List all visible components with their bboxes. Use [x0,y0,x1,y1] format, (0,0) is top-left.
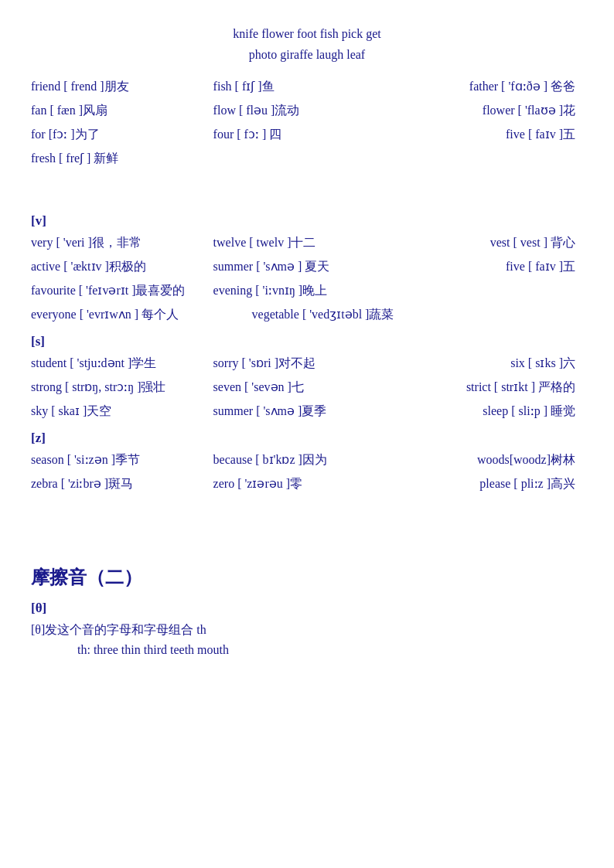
v-row-3: favourite [ 'feɪvərɪt ]最喜爱的 evening [ 'i… [31,283,583,299]
s-row-2: strong [ strɒŋ, strɔːŋ ]强壮 seven [ 'sevə… [31,380,583,396]
f-entry-flow: flow [ fləu ]流动 [213,103,401,119]
f-entry-flower: flower [ 'flaʊə ]花 [401,103,583,119]
s-row-1: student [ 'stjuːdənt ]学生 sorry [ 'sɒri ]… [31,356,583,372]
z-entry-zero: zero [ 'zɪərəu ]零 [213,476,401,492]
f-row-2: fan [ fæn ]风扇 flow [ fləu ]流动 flower [ '… [31,103,583,119]
v-row-4: everyone [ 'evrɪwʌn ] 每个人 vegetable [ 'v… [31,307,583,323]
s-entry-seven: seven [ 'sevən ]七 [213,380,401,396]
v-entry-empty1 [489,283,614,299]
spacer-3 [31,500,583,514]
theta-label: [θ] [31,601,583,616]
spacer-4 [31,514,583,528]
z-label: [z] [31,431,583,446]
f-row-3: for [fɔː ]为了 four [ fɔː ] 四 five [ faɪv … [31,127,583,143]
z-row-2: zebra [ 'ziːbrə ]斑马 zero [ 'zɪərəu ]零 pl… [31,476,583,492]
s-entry-strong: strong [ strɒŋ, strɔːŋ ]强壮 [31,380,213,396]
spacer-2 [31,189,583,203]
s-entry-summer2: summer [ 'sʌmə ]夏季 [213,403,401,420]
z-row-1: season [ 'siːzən ]季节 because [ bɪ'kɒz ]因… [31,452,583,468]
f-row-1: friend [ frend ]朋友 fish [ fɪʃ ]鱼 father … [31,79,583,95]
s-entry-strict: strict [ strɪkt ] 严格的 [401,380,583,396]
f-row-4: fresh [ freʃ ] 新鲜 [31,151,583,167]
s-entry-sleep: sleep [ sliːp ] 睡觉 [401,403,583,420]
f-entry-fan: fan [ fæn ]风扇 [31,103,213,119]
v-entry-vest: vest [ vest ] 背心 [401,235,583,251]
s-entry-sky: sky [ skaɪ ]天空 [31,403,213,420]
s-entry-sorry: sorry [ 'sɒri ]对不起 [213,356,401,372]
header-line1: knife flower foot fish pick get [31,23,583,44]
v-entry-vegetable: vegetable [ 'vedʒɪtəbl ]蔬菜 [252,307,583,323]
s-section: [s] student [ 'stjuːdənt ]学生 sorry [ 'sɒ… [31,334,583,420]
v-row-1: very [ 'veri ]很，非常 twelve [ twelv ]十二 ve… [31,235,583,251]
f-entry-fish: fish [ fɪʃ ]鱼 [213,79,401,95]
v-entry-everyone: everyone [ 'evrɪwʌn ] 每个人 [31,307,252,323]
v-row-2: active [ 'æktɪv ]积极的 summer [ 'sʌmə ] 夏天… [31,259,583,275]
v-entry-twelve: twelve [ twelv ]十二 [213,235,401,251]
f-entry-for: for [fɔː ]为了 [31,127,213,143]
spacer-5 [31,528,583,542]
v-entry-favourite: favourite [ 'feɪvərɪt ]最喜爱的 [31,283,213,299]
f-section: friend [ frend ]朋友 fish [ fɪʃ ]鱼 father … [31,79,583,167]
f-entry-fresh: fresh [ freʃ ] 新鲜 [31,151,213,167]
z-section: [z] season [ 'siːzən ]季节 because [ bɪ'kɒ… [31,431,583,492]
theta-description: [θ]发这个音的字母和字母组合 th [31,622,583,638]
section-title: 摩擦音（二） [31,565,583,590]
theta-words: th: three thin third teeth mouth [31,643,583,657]
z-entry-because: because [ bɪ'kɒz ]因为 [213,452,401,468]
z-entry-season: season [ 'siːzən ]季节 [31,452,213,468]
f-entry-friend: friend [ frend ]朋友 [31,79,213,95]
s-entry-six: six [ sɪks ]六 [401,356,583,372]
f-entry-father: father [ 'fɑːðə ] 爸爸 [401,79,583,95]
header-line2: photo giraffe laugh leaf [31,44,583,65]
v-section: [v] very [ 'veri ]很，非常 twelve [ twelv ]十… [31,213,583,323]
v-entry-five2: five [ faɪv ]五 [401,259,583,275]
spacer-1 [31,175,583,189]
s-label: [s] [31,334,583,349]
v-entry-very: very [ 'veri ]很，非常 [31,235,213,251]
v-entry-evening: evening [ 'iːvnɪŋ ]晚上 [213,283,489,299]
s-entry-student: student [ 'stjuːdənt ]学生 [31,356,213,372]
theta-section: [θ] [θ]发这个音的字母和字母组合 th th: three thin th… [31,601,583,657]
header-section: knife flower foot fish pick get photo gi… [31,23,583,65]
z-entry-please: please [ pliːz ]高兴 [401,476,583,492]
v-entry-active: active [ 'æktɪv ]积极的 [31,259,213,275]
s-row-3: sky [ skaɪ ]天空 summer [ 'sʌmə ]夏季 sleep … [31,403,583,420]
f-entry-five: five [ faɪv ]五 [401,127,583,143]
z-entry-woods: woods[woodz]树林 [401,452,583,468]
v-entry-summer1: summer [ 'sʌmə ] 夏天 [213,259,401,275]
z-entry-zebra: zebra [ 'ziːbrə ]斑马 [31,476,213,492]
v-label: [v] [31,213,583,229]
f-entry-four: four [ fɔː ] 四 [213,127,401,143]
